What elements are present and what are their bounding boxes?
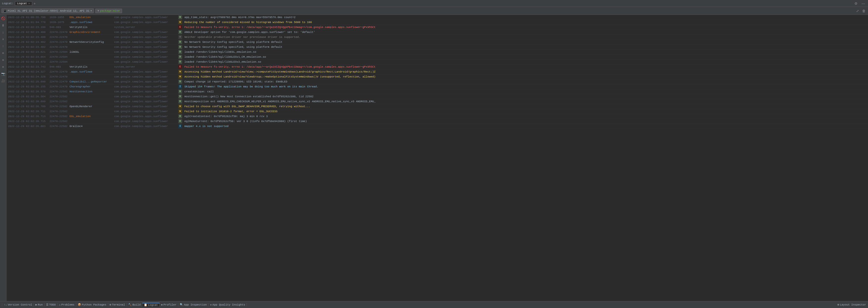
log-pkg: com.google.samples.apps.sunflower (113, 99, 178, 104)
status-item-profiler[interactable]: ◈Profiler (160, 303, 178, 306)
status-bar-right: ⊞ Layout Inspector (838, 303, 866, 306)
table-row[interactable]: 2022-12-29 02:02:23.402 22470-22470 com.… (6, 44, 868, 50)
sidebar-pause-icon[interactable]: ⏸ (0, 23, 6, 28)
clear-icon[interactable]: 🗑 (861, 8, 867, 13)
settings-icon[interactable]: ⚙ (854, 1, 859, 6)
log-message: eglCreateContext: 0x7df95262cf50: maj 3 … (183, 114, 868, 119)
log-level: I (178, 84, 183, 89)
status-label: Build (132, 303, 141, 306)
log-date: 2022-12-29 02:02:23.664 (6, 55, 49, 59)
table-row[interactable]: 2022-12-29 02:02:23.400 22470-22470 Grap… (6, 30, 868, 35)
log-level: D (178, 114, 183, 119)
log-pid: 22470-22470 (49, 44, 69, 50)
table-row[interactable]: 2022-12-29 02:02:26.699 22470-22582 com.… (6, 99, 868, 104)
content-area: 🚫 ⏸ ↕ ⬇ ↑ ≡ ≡ ≡ 📷 🎥 2022-12-29 01:00:55.… (0, 15, 868, 301)
add-tab-button[interactable]: + (33, 1, 37, 5)
status-items: ↑↓Version Control▶Run☰TODO⚠Problems📦Pyth… (2, 303, 247, 307)
status-icon: 🔨 (128, 303, 132, 306)
table-row[interactable]: 2022-12-29 02:02:25.690 22470-22470 Comp… (6, 79, 868, 84)
sidebar-filter2-icon[interactable]: ≡ (0, 57, 6, 63)
status-item-build[interactable]: 🔨Build (127, 303, 142, 306)
log-level: I (178, 124, 183, 129)
log-message: HostComposition ext ANDROID_EMU_CHECKSUM… (183, 99, 868, 104)
log-message: eglMakeCurrent: 0x7df95262cf50: ver 3 0 … (183, 119, 868, 124)
table-row[interactable]: 2022-12-29 02:02:24.328 22470-22470 com.… (6, 74, 868, 79)
status-item-run[interactable]: ▶Run (34, 303, 44, 306)
toolbar: 📱 Pixel XL API 31 (emulator-5554) Androi… (0, 7, 868, 15)
table-row[interactable]: 2022-12-29 01:01:04.770 1639-1675 .apps.… (6, 20, 868, 25)
log-tag: GraphicsEnvironment (69, 30, 113, 35)
log-message: No Network Security Config specified, us… (183, 40, 868, 44)
logcat-tab[interactable]: Logcat ✕ (15, 1, 32, 6)
table-row[interactable]: 2022-12-29 02:02:26.709 22470-22582 Open… (6, 104, 868, 109)
log-message: loaded /vendor/lib64/egl/libEGL_emulatio… (183, 50, 868, 55)
table-row[interactable]: 2022-12-29 02:02:23.402 22470-22470 Netw… (6, 40, 868, 44)
status-item-version-control[interactable]: ↑↓Version Control (2, 303, 34, 306)
table-row[interactable]: 2022-12-29 02:02:26.579 22470-22582 Host… (6, 89, 868, 94)
log-pkg: system_server (113, 25, 178, 30)
log-date: 2022-12-29 02:02:23.621 (6, 50, 49, 55)
status-label: Terminal (112, 303, 125, 306)
log-pid: 1639-1675 (49, 20, 69, 25)
log-pkg: com.google.samples.apps.sunflower (113, 15, 178, 20)
log-message: loaded /vendor/lib64/egl/libGLESv1_CM_em… (183, 55, 868, 59)
table-row[interactable]: 2022-12-29 02:02:26.803 22470-22582 Gral… (6, 124, 868, 129)
log-area[interactable]: 2022-12-29 01:00:55.790 1639-1855 EGL_em… (6, 15, 868, 301)
log-tag: HostConnection (69, 89, 113, 94)
log-pid: 1639-1855 (49, 15, 69, 20)
table-row[interactable]: 2022-12-29 02:02:26.715 22470-22582 com.… (6, 119, 868, 124)
table-row[interactable]: 2022-12-29 02:02:26.713 22470-22582 EGL_… (6, 114, 868, 119)
log-tag: EGL_emulation (69, 114, 113, 119)
log-tag: .apps.sunflowe (69, 20, 113, 25)
log-date: 2022-12-29 02:02:23.402 (6, 40, 49, 44)
layout-inspector-button[interactable]: ⊞ Layout Inspector (838, 303, 866, 306)
sidebar-camera-icon[interactable]: 📷 (0, 71, 6, 77)
table-row[interactable]: 2022-12-29 02:02:23.743 546-603 VerityUt… (6, 64, 868, 69)
table-row[interactable]: 2022-12-29 02:02:23.664 22470-22584 com.… (6, 55, 868, 59)
status-item-logcat[interactable]: 📋Logcat (142, 303, 160, 307)
table-row[interactable]: 2022-12-29 02:02:26.584 22470-22582 com.… (6, 94, 868, 99)
device-selector[interactable]: 📱 Pixel XL API 31 (emulator-5554) Androi… (1, 8, 94, 13)
table-row[interactable]: 2022-12-29 02:02:26.155 22470-22470 Chor… (6, 84, 868, 89)
sidebar-list-icon[interactable]: ≡ (0, 64, 6, 70)
log-pkg: com.google.samples.apps.sunflower (113, 35, 178, 40)
status-item-todo[interactable]: ☰TODO (44, 303, 57, 306)
sidebar-down-icon[interactable]: ⬇ (0, 37, 6, 42)
sidebar-clear-icon[interactable]: 🚫 (0, 16, 6, 21)
status-item-app-inspection[interactable]: 🔍App Inspection (178, 303, 209, 306)
log-message: Accessing hidden method Landroid/view/Vi… (183, 74, 868, 79)
table-row[interactable]: 2022-12-29 02:02:23.400 22470-22470 com.… (6, 35, 868, 40)
log-message: ANGLE Developer option for 'com.google.s… (183, 30, 868, 35)
log-tag: Gralloc4 (69, 124, 113, 129)
status-item-terminal[interactable]: ⊞Terminal (108, 303, 127, 306)
status-label: Profiler (163, 303, 177, 306)
sidebar-scroll-icon[interactable]: ↕ (0, 30, 6, 35)
log-date: 2022-12-29 02:02:23.743 (6, 64, 49, 69)
expand-icon[interactable]: ⤢ (855, 8, 860, 13)
toolbar-right-actions: ⤢ 🗑 (855, 8, 867, 13)
sidebar-up-icon[interactable]: ↑ (0, 43, 6, 49)
tab-close-icon[interactable]: ✕ (28, 2, 30, 5)
table-row[interactable]: 2022-12-29 02:02:23.621 22470-22584 libE… (6, 50, 868, 55)
sidebar-video-icon[interactable]: 🎥 (0, 78, 6, 84)
log-date: 2022-12-29 02:02:25.690 (6, 79, 49, 84)
status-icon: ☰ (46, 303, 49, 306)
log-pkg: com.google.samples.apps.sunflower (113, 55, 178, 59)
log-tag: libEGL (69, 50, 113, 55)
table-row[interactable]: 2022-12-29 02:02:26.711 22470-22582 com.… (6, 109, 868, 114)
sidebar-filter1-icon[interactable]: ≡ (0, 51, 6, 56)
status-item-python-packages[interactable]: 📦Python Packages (76, 303, 108, 306)
log-pid: 22470-22582 (49, 114, 69, 119)
log-tag (69, 109, 113, 114)
table-row[interactable]: 2022-12-29 02:02:24.327 22470-22470 .app… (6, 69, 868, 74)
table-row[interactable]: 2022-12-29 02:02:23.199 546-603 VerityUt… (6, 25, 868, 30)
log-level: D (178, 89, 183, 94)
minimize-icon[interactable]: — (861, 1, 866, 6)
log-pid: 22470-22470 (49, 84, 69, 89)
filter-box[interactable]: ▼ package:mine (95, 9, 122, 13)
status-item-problems[interactable]: ⚠Problems (57, 303, 76, 306)
table-row[interactable]: 2022-12-29 02:02:23.673 22470-22584 com.… (6, 59, 868, 64)
status-item-app-quality-insights[interactable]: ★App Quality Insights (209, 303, 247, 306)
log-pkg: com.google.samples.apps.sunflower (113, 84, 178, 89)
table-row[interactable]: 2022-12-29 01:00:55.790 1639-1855 EGL_em… (6, 15, 868, 20)
